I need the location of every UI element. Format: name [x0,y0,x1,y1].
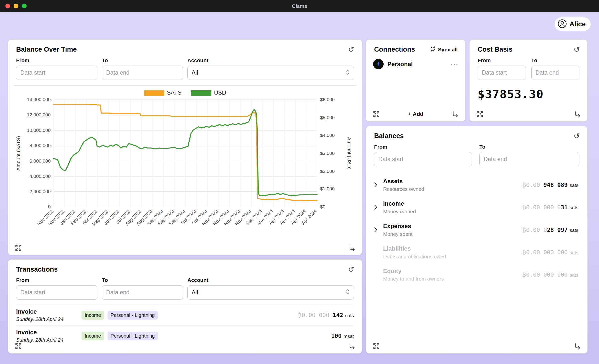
to-date-input[interactable] [479,152,579,166]
svg-text:$6,000: $6,000 [320,98,335,102]
account-select-value: All [192,69,198,76]
balance-name: Expenses [383,223,412,230]
from-label: From [374,144,472,150]
user-menu[interactable]: Alice [555,17,591,31]
svg-text:4,000,000: 4,000,000 [29,174,51,179]
chevron-right-icon[interactable] [374,226,383,234]
svg-text:$1,000: $1,000 [320,186,335,191]
cost-basis-value: $37853.30 [470,80,587,101]
balance-description: Money spent [383,231,412,237]
add-connection-button[interactable]: + Add [402,111,430,117]
chevron-right-icon[interactable] [374,204,383,211]
from-label: From [16,57,97,63]
usd-legend-swatch [191,90,211,96]
transaction-row[interactable]: Invoice Sunday, 28th April 24 Income Per… [16,305,354,325]
balance-description: Money earned [383,209,416,215]
to-date-input[interactable] [531,66,580,80]
account-select[interactable]: All [187,66,354,80]
balances-card: Balances ↺ From To AssetsResources owned… [366,126,588,354]
chevron-updown-icon [346,289,350,297]
from-date-input[interactable] [374,152,472,166]
to-date-input[interactable] [102,285,183,300]
cost-basis-title: Cost Basis [478,46,513,53]
balance-name: Income [383,200,416,207]
svg-text:8,000,000: 8,000,000 [29,143,51,148]
from-date-input[interactable] [16,285,97,300]
from-label: From [16,277,97,283]
to-label: To [531,57,580,63]
transaction-date: Sunday, 28th April 24 [16,316,82,322]
connections-card: Connections Sync all Personal ⋯ + Add [366,39,465,122]
balance-over-time-title: Balance Over Time [16,46,77,53]
from-label: From [478,57,526,63]
to-label: To [102,57,183,63]
svg-text:$3,000: $3,000 [320,151,335,156]
svg-text:2,000,000: 2,000,000 [29,189,51,194]
svg-text:$2,000: $2,000 [320,169,335,174]
sats-legend-label: SATS [167,90,181,96]
resize-icon[interactable] [573,342,581,350]
category-badge: Income [82,311,104,320]
user-avatar-icon [558,19,567,29]
account-select[interactable]: All [187,285,354,300]
legend-item-usd[interactable]: USD [191,90,226,96]
balance-row-equity: EquityMoney to and from owners ₿0.00 000… [374,264,578,286]
balance-name: Assets [383,178,424,185]
account-select-value: All [192,289,198,296]
balance-amount: ₿0.00 000 000sats [522,249,578,256]
transaction-date: Sunday, 28th April 24 [16,337,82,343]
undo-icon[interactable]: ↺ [348,46,354,53]
transaction-row[interactable]: Invoice Sunday, 28th April 24 Income Per… [16,325,354,346]
expand-icon[interactable] [476,110,484,118]
balance-amount: ₿0.00 028 097sats [522,227,578,233]
balance-amount: ₿0.00 000 031sats [522,204,578,211]
titlebar: Clams [0,0,599,12]
divider [14,85,356,86]
balance-description: Money to and from owners [383,276,444,282]
connection-item[interactable]: Personal ⋯ [366,53,465,69]
svg-text:6,000,000: 6,000,000 [29,158,51,164]
transaction-amount: ₿0.00 000 142sats [298,312,354,319]
balance-row-expenses: ExpensesMoney spent ₿0.00 028 097sats [374,219,578,241]
transaction-type: Invoice [16,308,82,315]
from-date-input[interactable] [16,66,97,80]
balance-row-income: IncomeMoney earned ₿0.00 000 031sats [374,196,578,219]
usd-legend-label: USD [214,90,226,96]
chevron-updown-icon [346,69,350,77]
undo-icon[interactable]: ↺ [574,46,580,53]
expand-icon[interactable] [15,244,22,252]
transactions-title: Transactions [16,266,58,273]
connection-name: Personal [387,61,413,68]
ellipsis-icon[interactable]: ⋯ [450,62,459,66]
resize-icon[interactable] [348,244,355,252]
svg-text:14,000,000: 14,000,000 [27,98,51,102]
resize-icon[interactable] [348,342,355,350]
transactions-card: Transactions ↺ From To Account All Invoi… [8,259,362,354]
legend-item-sats[interactable]: SATS [144,90,181,96]
connections-title: Connections [374,46,415,53]
expand-icon[interactable] [373,110,380,118]
balance-row-assets: AssetsResources owned ₿0.00 948 089sats [374,174,578,196]
sats-legend-swatch [144,90,164,96]
balances-title: Balances [374,132,404,140]
undo-icon[interactable]: ↺ [348,266,354,273]
sync-all-label: Sync all [438,47,458,53]
expand-icon[interactable] [373,342,380,350]
balance-description: Debts and obligations owed [383,254,446,260]
from-date-input[interactable] [478,66,526,80]
resize-icon[interactable] [573,110,581,118]
sync-all-button[interactable]: Sync all [430,46,458,53]
svg-text:Amount (SATS): Amount (SATS) [16,136,21,171]
expand-icon[interactable] [15,342,22,350]
svg-text:$0: $0 [320,204,325,209]
svg-text:$5,000: $5,000 [320,115,335,120]
to-date-input[interactable] [102,66,183,80]
balance-amount: ₿0.00 948 089sats [522,182,578,188]
balance-description: Resources owned [383,186,424,192]
undo-icon[interactable]: ↺ [574,132,580,140]
chevron-right-icon[interactable] [374,182,383,189]
resize-icon[interactable] [451,110,459,118]
cost-basis-card: Cost Basis ↺ From To $37853.30 [469,39,588,122]
svg-text:Amount (USD): Amount (USD) [347,137,352,170]
account-badge: Personal - Lightning [108,332,158,340]
